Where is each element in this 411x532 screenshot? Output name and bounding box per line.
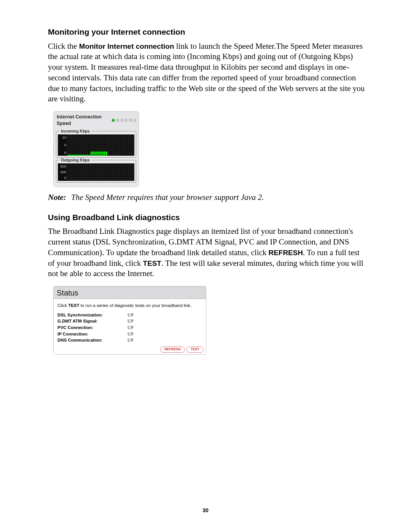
status-instr-bold: TEST [68,303,79,308]
status-value: UP [127,331,202,337]
speed-meter-panel: Internet Connection Speed Incoming Kbps … [53,111,139,187]
ytick: 0 [64,176,66,181]
chart-bar [77,155,79,156]
status-row: IP Connection:UP [57,331,202,337]
speed-meter-title: Internet Connection Speed [57,114,110,126]
chart-bar [70,155,71,156]
heading-monitoring: Monitoring your Internet connection [48,27,365,37]
outgoing-group: Outgoing Kbps 800 400 0 [56,160,136,183]
chart-bar [89,155,90,156]
chart-bar [81,155,83,156]
status-key: DNS Communication: [57,337,127,343]
ytick: 10 [62,135,66,140]
ytick: 800 [60,164,66,169]
refresh-inline: REFRESH [269,249,303,257]
incoming-graph [67,134,134,156]
status-row: DSL Synchronization:UP [57,312,202,318]
note: Note: The Speed Meter requires that your… [48,192,365,203]
chart-bar [73,155,75,156]
note-label: Note: [48,193,66,202]
chart-bar [94,152,96,156]
status-row: DNS Communication:UP [57,337,202,343]
outgoing-yaxis: 800 400 0 [58,163,67,181]
chart-bar [85,155,86,156]
chart-bar [104,152,105,156]
status-row: G.DMT ATM Signal:UP [57,318,202,324]
status-key: PVC Connection: [57,324,127,331]
incoming-yaxis: 10 5 0 [58,134,67,156]
speed-meter-title-row: Internet Connection Speed [55,112,137,129]
para-monitoring-lead: Click the [48,42,79,51]
note-text: The Speed Meter requires that your brows… [71,193,264,202]
ytick: 5 [64,143,66,148]
indicator-dot-icon [129,119,132,122]
indicator-dot-icon [134,119,136,122]
chart-bar [106,152,107,156]
status-row: PVC Connection:UP [57,324,202,331]
refresh-button[interactable]: REFRESH [160,347,185,353]
status-header: Status [54,286,206,299]
chart-bar [92,152,94,156]
chart-bar [91,152,92,156]
indicator-dot-icon [112,119,115,122]
status-instruction: Click TEST to run a series of diagnostic… [57,303,202,308]
monitor-link-text: Monitor Internet connection [79,42,174,50]
test-inline: TEST [143,259,161,267]
chart-bar [102,152,104,156]
outgoing-graph [67,163,134,181]
status-value: UP [127,318,202,324]
indicator-dot-icon [116,119,119,122]
status-value: UP [127,324,202,331]
para-monitoring-tail: link to launch the Speed Meter.The Speed… [48,42,365,104]
status-key: IP Connection: [57,331,127,337]
status-instr-a: Click [57,303,68,308]
indicator-dot-icon [125,119,127,122]
ytick: 0 [64,150,66,155]
status-instr-b: to run a series of diagnostic tests on y… [80,303,192,308]
status-value: UP [127,312,202,318]
status-key: G.DMT ATM Signal: [57,318,127,324]
chart-bar [96,152,98,156]
chart-bar [83,155,84,156]
test-button[interactable]: TEST [186,347,204,353]
incoming-group: Incoming Kbps 10 5 0 [56,131,136,158]
page-number: 30 [0,507,411,514]
chart-bar [68,155,69,156]
chart-bar [100,152,102,156]
indicator-dot-icon [121,119,123,122]
outgoing-label: Outgoing Kbps [59,158,91,163]
chart-bar [75,155,77,156]
status-key: DSL Synchronization: [57,312,127,318]
status-rows: DSL Synchronization:UPG.DMT ATM Signal:U… [57,312,202,343]
chart-bar [98,152,100,156]
chart-bar [79,155,81,156]
incoming-label: Incoming Kbps [59,129,91,134]
status-value: UP [127,337,202,343]
status-panel: Status Click TEST to run a series of dia… [53,286,206,355]
ytick: 400 [60,170,66,175]
heading-diagnostics: Using Broadband Link diagnostics [48,212,365,223]
para-monitoring: Click the Monitor Internet connection li… [48,41,365,104]
para-diagnostics: The Broadband Link Diagnostics page disp… [48,226,365,279]
chart-bar [72,155,73,156]
chart-bar [87,155,88,156]
